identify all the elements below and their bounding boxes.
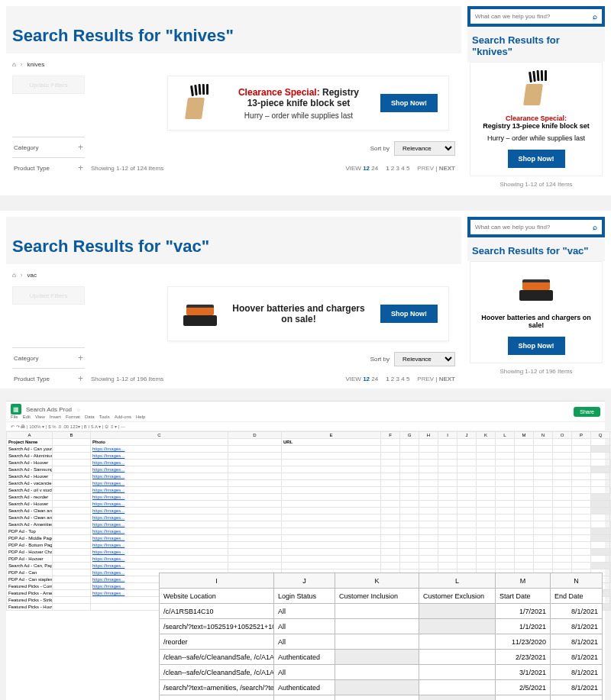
page-title-mobile: Search Results for "knives" [472, 34, 600, 57]
table-row[interactable]: PDP Ad - Hooverhttps://images... [7, 556, 612, 563]
table-row[interactable]: /reorderAll11/23/20208/1/2021 [160, 634, 603, 650]
plus-icon: + [78, 373, 83, 384]
home-icon[interactable]: ⌂ [12, 61, 16, 68]
result-count: Showing 1-12 of 124 Items [91, 165, 163, 172]
table-row[interactable]: PDP Ad - Bottom Pagehttps://images... [7, 542, 612, 549]
table-row[interactable]: Search Ad - oil v stockhttps://images... [7, 487, 612, 494]
search-icon[interactable]: ⌕ [593, 223, 597, 231]
plus-icon: + [78, 353, 83, 363]
table-row[interactable]: Search Ad - Hooverhttps://images... [7, 473, 612, 480]
plus-icon: + [78, 142, 83, 153]
breadcrumb-term: vac [27, 272, 37, 279]
shop-now-button[interactable]: Shop Now! [508, 337, 565, 355]
table-row[interactable]: Search Ad - Clean and Safe Pagehttps://i… [7, 515, 612, 521]
desktop-search-panel-1: Search Results for "knives" ⌂ › knives U… [6, 6, 461, 195]
shop-now-button[interactable]: Shop Now! [380, 94, 438, 112]
table-row[interactable]: /clean--safe/c/CleanandSafe, /c/A1AAuthe… [160, 650, 603, 665]
promo-image-knives [179, 84, 217, 122]
table-row[interactable]: PDP Ad - Middle Pagehttps://images... [7, 535, 612, 542]
prev-link[interactable]: PREV [417, 165, 434, 172]
pagination[interactable]: 1 2 3 4 5 [386, 165, 409, 172]
prev-link[interactable]: PREV [417, 376, 434, 382]
table-row[interactable]: Search Ad - Aluminiumhttps://images... [7, 453, 612, 460]
page-title: Search Results for "knives" [6, 26, 461, 46]
search-input[interactable] [475, 13, 593, 20]
spreadsheet: ▦ Search Ads Prod ☆ FileEditViewInsertFo… [6, 401, 605, 700]
mobile-search-bar[interactable]: ⌕ [467, 6, 605, 27]
promo-image-knives [513, 70, 559, 108]
table-row[interactable]: Search Ad - Samsung Shop Localhttps://im… [7, 466, 612, 473]
view-24[interactable]: 24 [371, 376, 378, 382]
col-login-status[interactable]: Login Status [274, 589, 335, 604]
breadcrumb: ⌂ › vac [6, 264, 461, 286]
col-customer-inclusion[interactable]: Customer Inclusion [335, 589, 419, 604]
table-row[interactable]: Search Ad - Can your Knifehttps://images… [7, 446, 612, 453]
table-row[interactable]: /search/?text=pool, /c/A1BBB21All 2/9/20… [160, 695, 603, 701]
sheet-title[interactable]: Search Ads Prod [26, 406, 72, 413]
pagination[interactable]: 1 2 3 4 5 [386, 376, 409, 382]
filter-category[interactable]: Category+ [12, 137, 85, 157]
table-row[interactable]: /c/A1RSB14C10All 1/7/20218/1/2021 [160, 604, 603, 619]
share-button[interactable]: Share [574, 407, 600, 417]
table-row[interactable]: Search Ad - Amenitieshttps://images... [7, 521, 612, 528]
big-table[interactable]: IJKLMN Website Location Login Status Cus… [159, 573, 603, 700]
next-link[interactable]: NEXT [439, 165, 455, 172]
mobile-search-panel-1: ⌕ Search Results for "knives" Clearance … [467, 6, 605, 195]
result-count-mobile: Showing 1-12 of 124 Items [467, 176, 605, 195]
desktop-search-panel-2: Search Results for "vac" ⌂ › vac Update … [6, 217, 461, 389]
shop-now-button[interactable]: Shop Now! [380, 305, 438, 323]
col-customer-exclusion[interactable]: Customer Exclusion [419, 589, 496, 604]
view-24[interactable]: 24 [371, 165, 378, 172]
table-row[interactable]: Search Ad - Clean and Safe Pagehttps://i… [7, 508, 612, 515]
sheet-toolbar-icons[interactable]: ↶ ↷ 🖶 | 100% ▾ | $ % .0 .00 123▾ | B I S… [6, 422, 605, 431]
table-row[interactable]: Search Ad - reorderhttps://images... [7, 494, 612, 501]
sheets-icon: ▦ [11, 404, 21, 415]
sort-by-label: Sort by [370, 356, 390, 363]
result-count: Showing 1-12 of 196 Items [91, 376, 163, 382]
page-title: Search Results for "vac" [6, 237, 461, 256]
sheet-menu[interactable]: FileEditViewInsertFormatDataToolsAdd-ons… [11, 415, 145, 419]
home-icon[interactable]: ⌂ [12, 272, 16, 279]
result-count-mobile: Showing 1-12 of 196 Items [467, 363, 605, 382]
table-row[interactable]: /search/?text=amenities, /search/?teAuth… [160, 680, 603, 695]
filter-product-type[interactable]: Product Type+ [12, 368, 85, 389]
promo-banner: Hoover batteries and chargers on sale! S… [167, 286, 449, 341]
mobile-search-panel-2: ⌕ Search Results for "vac" Hoover batter… [467, 217, 605, 389]
search-icon[interactable]: ⌕ [593, 12, 597, 21]
table-row[interactable]: PDP Ad - Tophttps://images... [7, 528, 612, 535]
table-row[interactable]: Search Ad - Hooverhttps://images... [7, 501, 612, 508]
shop-now-button[interactable]: Shop Now! [508, 150, 565, 168]
col-end-date[interactable]: End Date [551, 589, 603, 604]
table-row[interactable]: PDP Ad - Hoover Chargershttps://images..… [7, 549, 612, 556]
table-row[interactable]: Search Ad - Hooverhttps://images... [7, 460, 612, 466]
update-filters-button[interactable]: Update Filters [12, 76, 85, 94]
table-row[interactable]: Search Ad - vacancieshttps://images... [7, 480, 612, 487]
filter-product-type[interactable]: Product Type+ [12, 157, 85, 178]
sort-select[interactable]: Relevance [394, 352, 455, 366]
table-row[interactable]: /search/?text=1052519+1052521+10All 1/1/… [160, 619, 603, 634]
sort-select[interactable]: Relevance [394, 141, 455, 156]
promo-banner: Clearance Special: Registry 13-piece kni… [167, 76, 449, 131]
next-link[interactable]: NEXT [439, 376, 455, 382]
promo-image-battery [179, 295, 217, 333]
view-12[interactable]: 12 [363, 165, 370, 172]
col-website-location[interactable]: Website Location [160, 589, 274, 604]
breadcrumb: ⌂ › knives [6, 53, 461, 76]
star-icon[interactable]: ☆ [76, 407, 80, 412]
update-filters-button[interactable]: Update Filters [12, 286, 85, 305]
plus-icon: + [78, 163, 83, 173]
col-start-date[interactable]: Start Date [496, 589, 551, 604]
table-row[interactable]: /clean--safe/c/CleanandSafe, /c/A1AAll3/… [160, 665, 603, 680]
breadcrumb-term: knives [27, 61, 45, 68]
promo-image-battery [513, 269, 559, 308]
sort-by-label: Sort by [370, 145, 390, 152]
view-12[interactable]: 12 [363, 376, 370, 382]
page-title-mobile: Search Results for "vac" [472, 245, 600, 256]
filter-category[interactable]: Category+ [12, 347, 85, 368]
search-input[interactable] [475, 224, 593, 231]
table-row[interactable]: Search Ad - Can, Paper, Plastic bagshttp… [7, 563, 612, 569]
mobile-search-bar[interactable]: ⌕ [467, 217, 605, 237]
